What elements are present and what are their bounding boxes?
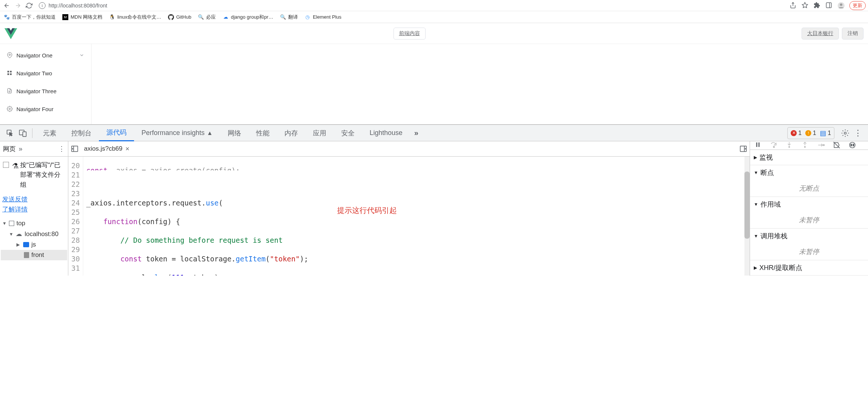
editor-scrollbar[interactable]	[744, 157, 750, 276]
step-into-icon[interactable]	[786, 141, 794, 150]
svg-point-28	[823, 144, 824, 145]
bookmark-item[interactable]: GitHub	[168, 14, 191, 20]
more-options-icon[interactable]: ⋮	[852, 127, 864, 139]
tab-elements[interactable]: 元素	[35, 125, 64, 141]
bookmark-item[interactable]: ☁django group和pr…	[223, 14, 273, 21]
file-tree: ▼top ▼☁localhost:80 ▶js front	[0, 217, 68, 262]
close-tab-icon[interactable]: ×	[125, 145, 130, 153]
line-gutter: 202122232425262728293031	[68, 157, 83, 276]
step-icon[interactable]	[817, 141, 825, 150]
tab-performance[interactable]: 性能	[249, 125, 277, 141]
svg-rect-32	[853, 144, 854, 146]
more-tabs-icon[interactable]: »	[410, 127, 423, 139]
bookmark-item[interactable]: ◷Element Plus	[305, 14, 342, 20]
svg-rect-15	[23, 132, 26, 136]
tab-lighthouse[interactable]: Lighthouse	[362, 125, 410, 141]
deactivate-breakpoints-icon[interactable]	[833, 141, 841, 150]
mdn-icon: M	[62, 14, 68, 20]
beaker-icon: ▲	[207, 130, 213, 136]
bookmark-star-icon[interactable]	[802, 2, 809, 9]
svg-rect-8	[7, 73, 9, 75]
breakpoints-body: 无断点	[750, 180, 868, 197]
tree-folder[interactable]: ▶js	[1, 239, 67, 250]
warning-icon: !	[805, 130, 811, 136]
url-input[interactable]	[49, 3, 784, 9]
info-badge[interactable]: ▤1	[820, 129, 831, 137]
nav-item-two[interactable]: Navigator Two	[0, 64, 91, 82]
baidu-icon: 🐾	[4, 14, 10, 20]
github-icon	[168, 14, 174, 20]
callstack-header[interactable]: ▼调用堆栈	[750, 229, 868, 244]
logout-button[interactable]: 注销	[842, 28, 864, 40]
step-out-icon[interactable]	[802, 141, 810, 150]
bing-icon: 🔍	[198, 14, 204, 20]
forward-button[interactable]	[13, 1, 22, 10]
tab-performance-insights[interactable]: Performance insights▲	[134, 125, 220, 141]
watch-header[interactable]: ▶监视	[750, 150, 868, 165]
more-tabs-icon[interactable]: »	[19, 145, 22, 153]
toggle-navigator-icon[interactable]	[71, 145, 79, 153]
nav-item-one[interactable]: Navigator One	[0, 46, 91, 64]
file-tab-name: axios.js?cb69	[84, 145, 122, 153]
profile-avatar-icon[interactable]	[837, 2, 845, 9]
step-over-icon[interactable]	[770, 141, 778, 150]
settings-icon[interactable]	[839, 127, 852, 139]
breakpoints-section: ▼断点 无断点	[750, 165, 868, 197]
bookmark-item[interactable]: 🐧linux命令在线中文…	[109, 14, 161, 21]
tab-console[interactable]: 控制台	[64, 125, 99, 141]
back-button[interactable]	[2, 1, 11, 10]
tree-file[interactable]: front	[1, 250, 67, 260]
pause-exceptions-icon[interactable]	[849, 141, 857, 150]
nav-item-four[interactable]: Navigator Four	[0, 100, 91, 118]
breakpoints-header[interactable]: ▼断点	[750, 165, 868, 180]
bank-button[interactable]: 大日本银行	[802, 28, 839, 40]
share-icon[interactable]	[790, 2, 797, 9]
issue-badges[interactable]: ✕1 !1 ▤1	[787, 127, 834, 139]
url-bar[interactable]: i	[36, 1, 787, 10]
device-toggle-icon[interactable]	[16, 127, 29, 139]
bookmark-item[interactable]: 🐾百度一下，你就知道	[4, 14, 56, 21]
tab-application[interactable]: 应用	[305, 125, 334, 141]
pause-icon[interactable]	[755, 141, 763, 150]
debugger-controls	[750, 141, 868, 150]
page-tab[interactable]: 网页	[3, 145, 16, 153]
reload-button[interactable]	[25, 1, 34, 10]
svg-point-30	[850, 142, 855, 148]
extensions-icon[interactable]	[813, 2, 821, 9]
app-content	[91, 44, 868, 124]
code-content[interactable]: const _axios = axios.create(config); _ax…	[83, 157, 750, 276]
tab-network[interactable]: 网络	[220, 125, 249, 141]
code-editor[interactable]: 202122232425262728293031 const _axios = …	[68, 157, 750, 276]
tree-top[interactable]: ▼top	[1, 218, 67, 229]
send-feedback-link[interactable]: 发送反馈	[2, 195, 66, 204]
error-badge[interactable]: ✕1	[791, 130, 802, 136]
bookmark-item[interactable]: 🔍必应	[198, 14, 216, 21]
tree-host[interactable]: ▼☁localhost:80	[1, 229, 67, 239]
update-button[interactable]: 更新	[849, 1, 866, 10]
error-icon: ✕	[791, 130, 797, 136]
toggle-debugger-icon[interactable]	[739, 145, 747, 153]
bookmark-item[interactable]: MMDN 网络文档	[62, 14, 102, 21]
site-info-icon[interactable]: i	[39, 2, 46, 9]
file-tab[interactable]: axios.js?cb69 ×	[79, 141, 135, 157]
tab-sources[interactable]: 源代码	[99, 125, 134, 141]
warning-badge[interactable]: !1	[805, 130, 816, 136]
svg-point-25	[789, 147, 790, 148]
frontend-content-button[interactable]: 前端内容	[393, 28, 426, 40]
app-body: Navigator One Navigator Two Navigator Th…	[0, 44, 868, 124]
feedback-links: 发送反馈 了解详情	[0, 194, 68, 217]
inspect-element-icon[interactable]	[4, 127, 16, 139]
navigator-menu-icon[interactable]: ⋮	[58, 145, 65, 153]
nav-item-three[interactable]: Navigator Three	[0, 82, 91, 100]
tab-memory[interactable]: 内存	[277, 125, 305, 141]
tab-security[interactable]: 安全	[334, 125, 362, 141]
scope-header[interactable]: ▼作用域	[750, 197, 868, 212]
bookmark-item[interactable]: 🔍翻译	[280, 14, 298, 21]
svg-marker-0	[802, 2, 808, 7]
xhr-header[interactable]: ▶XHR/提取断点	[750, 260, 868, 275]
devtools-body: 网页 » ⋮ ⚗ 按"已编写"/"已部署"将文件分组 发送反馈 了解详情 ▼to…	[0, 141, 868, 276]
learn-more-link[interactable]: 了解详情	[2, 205, 66, 214]
svg-rect-1	[826, 3, 831, 8]
sidepanel-icon[interactable]	[825, 2, 833, 9]
grouping-checkbox[interactable]	[3, 162, 9, 168]
